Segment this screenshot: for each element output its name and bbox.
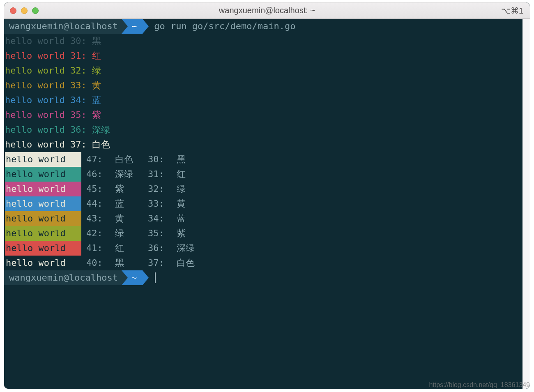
bg-code: 43: [86,211,115,226]
fg-name: 黑 [177,152,209,167]
hello-world-swatch: hello world [5,226,81,241]
hello-world-text: hello world 33: 黄 [5,78,101,93]
fg-name: 蓝 [177,211,209,226]
fg-code: 37: [148,256,177,270]
titlebar: wangxuemin@localhost: ~ ⌥⌘1 [4,2,530,19]
output-bg-row: hello world44:蓝33:黄 [4,196,530,211]
hello-world-swatch: hello world [5,182,81,196]
output-bg-row: hello world47:白色30:黑 [4,152,530,167]
fg-name: 深绿 [177,241,209,256]
terminal-body[interactable]: wangxuemin@localhost ~ go run go/src/dem… [4,19,530,389]
bg-name: 蓝 [115,196,148,211]
bg-name: 深绿 [115,167,148,182]
output-bg-row: hello world43:黄34:蓝 [4,211,530,226]
bg-code: 47: [86,152,115,167]
output-bg-row: hello world41:红36:深绿 [4,241,530,256]
prompt-line: wangxuemin@localhost ~ go run go/src/dem… [4,19,530,34]
hello-world-swatch: hello world [5,256,81,270]
window-shortcut: ⌥⌘1 [501,6,523,16]
output-fg-row: hello world 30: 黑 [4,34,530,48]
hello-world-swatch: hello world [5,167,81,182]
output-fg-row: hello world 32: 绿 [4,63,530,78]
hello-world-swatch: hello world [5,241,81,256]
prompt-command: go run go/src/demo/main.go [143,19,295,34]
prompt-line-idle: wangxuemin@localhost ~ [4,270,530,285]
fg-name: 白色 [177,256,209,270]
bg-code: 45: [86,182,115,196]
bg-code: 46: [86,167,115,182]
fg-code: 34: [148,211,177,226]
hello-world-text: hello world 31: 红 [5,48,101,63]
cursor-icon [155,272,156,283]
fg-name: 紫 [177,226,209,241]
prompt-path: ~ [122,19,143,34]
output-bg-row: hello world46:深绿31:红 [4,167,530,182]
hello-world-swatch: hello world [5,211,81,226]
fg-code: 30: [148,152,177,167]
traffic-lights [10,7,39,14]
fg-code: 35: [148,226,177,241]
bg-code: 41: [86,241,115,256]
close-button[interactable] [10,7,16,14]
bg-name: 红 [115,241,148,256]
bg-code: 42: [86,226,115,241]
bg-name: 黄 [115,211,148,226]
hello-world-swatch: hello world [5,152,81,167]
terminal-window: wangxuemin@localhost: ~ ⌥⌘1 wangxuemin@l… [4,2,530,389]
hello-world-text: hello world 37: 白色 [5,137,110,152]
fg-name: 绿 [177,182,209,196]
hello-world-text: hello world 34: 蓝 [5,93,101,108]
prompt-user: wangxuemin@localhost [4,19,122,34]
output-fg-row: hello world 34: 蓝 [4,93,530,108]
hello-world-text: hello world 30: 黑 [5,34,101,48]
output-fg-row: hello world 31: 红 [4,48,530,63]
bg-name: 黑 [115,256,148,270]
hello-world-text: hello world 32: 绿 [5,63,101,78]
fg-name: 黄 [177,196,209,211]
bg-name: 紫 [115,182,148,196]
fg-code: 31: [148,167,177,182]
hello-world-swatch: hello world [5,196,81,211]
prompt-user: wangxuemin@localhost [4,270,122,285]
hello-world-text: hello world 36: 深绿 [5,122,110,137]
bg-name: 白色 [115,152,148,167]
output-bg-row: hello world42:绿35:紫 [4,226,530,241]
output-fg-row: hello world 36: 深绿 [4,122,530,137]
output-bg-row: hello world45:紫32:绿 [4,182,530,196]
output-fg-row: hello world 33: 黄 [4,78,530,93]
scrollbar-track[interactable] [522,19,530,389]
fg-code: 33: [148,196,177,211]
watermark-text: https://blog.csdn.net/qq_18361349 [429,381,530,389]
bg-name: 绿 [115,226,148,241]
bg-code: 40: [86,256,115,270]
hello-world-text: hello world 35: 紫 [5,108,101,122]
bg-code: 44: [86,196,115,211]
fg-name: 红 [177,167,209,182]
maximize-button[interactable] [32,7,39,14]
window-title: wangxuemin@localhost: ~ [219,6,315,15]
prompt-path: ~ [122,270,143,285]
output-fg-row: hello world 37: 白色 [4,137,530,152]
output-fg-row: hello world 35: 紫 [4,108,530,122]
fg-code: 36: [148,241,177,256]
fg-code: 32: [148,182,177,196]
minimize-button[interactable] [21,7,28,14]
output-bg-row: hello world40:黑37:白色 [4,256,530,270]
